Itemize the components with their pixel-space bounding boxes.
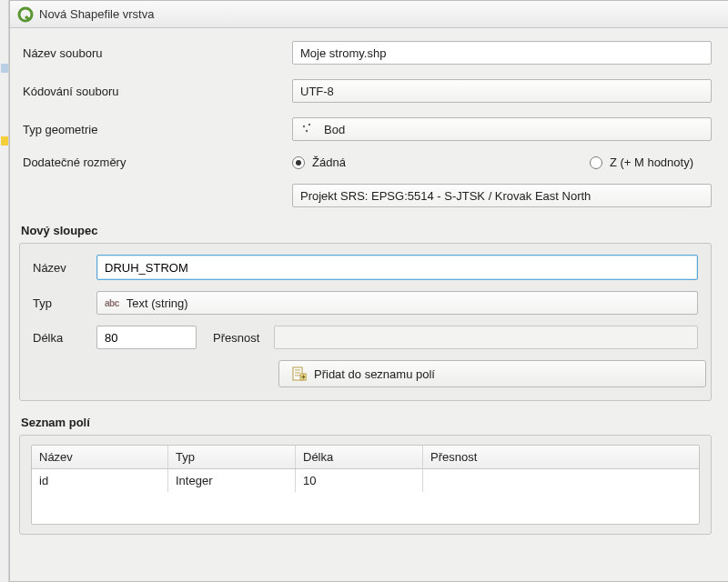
row-crs: Projekt SRS: EPSG:5514 - S-JTSK / Krovak…: [19, 184, 712, 207]
radio-icon: [590, 156, 602, 169]
input-filename[interactable]: [292, 41, 712, 65]
combo-newfield-type[interactable]: abc Text (string): [96, 291, 698, 315]
label-encoding: Kódování souboru: [19, 85, 292, 98]
group-fieldlist-title: Seznam polí: [19, 414, 712, 435]
dialog-window: Nová Shapefile vrstva Název souboru Kódo…: [9, 0, 728, 582]
group-fieldlist: Seznam polí Název Typ Délka Přesnost id …: [19, 414, 712, 535]
row-filename: Název souboru: [19, 41, 712, 65]
left-sliver: [0, 0, 9, 582]
add-field-button[interactable]: Přidat do seznamu polí: [278, 360, 706, 387]
titlebar: Nová Shapefile vrstva: [10, 1, 728, 28]
combo-encoding[interactable]: UTF-8: [292, 79, 712, 103]
row-newfield-length: Délka Přesnost: [33, 326, 698, 349]
point-icon: [300, 121, 317, 137]
table-header-row: Název Typ Délka Přesnost: [32, 446, 699, 469]
label-geometry: Typ geometrie: [19, 123, 292, 136]
th-type[interactable]: Typ: [168, 446, 296, 468]
td-name: id: [32, 469, 168, 492]
label-dims: Dodatečné rozměry: [19, 156, 292, 169]
svg-point-4: [306, 130, 308, 132]
input-newfield-name[interactable]: [96, 255, 698, 280]
combo-geometry[interactable]: Bod: [292, 117, 712, 141]
row-dims: Dodatečné rozměry Žádná Z (+ M hodnoty): [19, 156, 712, 169]
combo-encoding-value: UTF-8: [300, 85, 334, 98]
add-field-button-label: Přidat do seznamu polí: [314, 367, 435, 381]
add-to-list-icon: [292, 366, 307, 381]
th-length[interactable]: Délka: [296, 446, 423, 468]
fields-table[interactable]: Název Typ Délka Přesnost id Integer 10: [31, 445, 700, 525]
combo-crs[interactable]: Projekt SRS: EPSG:5514 - S-JTSK / Krovak…: [292, 184, 712, 207]
radio-dims-z[interactable]: Z (+ M hodnoty): [590, 156, 712, 169]
td-length: 10: [296, 469, 423, 492]
radio-icon: [292, 156, 305, 169]
label-newfield-name: Název: [33, 261, 89, 275]
radio-dims-none[interactable]: Žádná: [292, 156, 346, 169]
row-geometry: Typ geometrie Bod: [19, 117, 712, 141]
label-newfield-length: Délka: [33, 331, 89, 345]
th-precision[interactable]: Přesnost: [423, 446, 699, 468]
label-filename: Název souboru: [19, 46, 292, 60]
row-encoding: Kódování souboru UTF-8: [19, 79, 712, 103]
row-newfield-name: Název: [33, 255, 698, 280]
combo-crs-value: Projekt SRS: EPSG:5514 - S-JTSK / Krovak…: [300, 189, 591, 203]
row-newfield-type: Typ abc Text (string): [33, 291, 698, 315]
td-type: Integer: [168, 469, 296, 492]
combo-newfield-type-value: Text (string): [126, 296, 188, 310]
group-newfield: Nový sloupec Název Typ abc Text (string)…: [19, 222, 712, 401]
label-newfield-precision: Přesnost: [213, 331, 259, 345]
radio-dims-z-label: Z (+ M hodnoty): [610, 156, 693, 169]
th-name[interactable]: Název: [32, 446, 168, 468]
label-newfield-type: Typ: [33, 296, 89, 310]
radio-dims-none-label: Žádná: [312, 156, 346, 169]
svg-point-2: [303, 125, 305, 127]
dialog-title: Nová Shapefile vrstva: [39, 7, 154, 21]
input-newfield-precision: [274, 326, 698, 349]
dialog-content: Název souboru Kódování souboru UTF-8 Typ…: [10, 28, 728, 535]
table-row[interactable]: id Integer 10: [32, 469, 699, 492]
td-precision: [423, 469, 699, 492]
input-newfield-length[interactable]: [96, 326, 197, 349]
qgis-icon: [17, 6, 34, 23]
svg-point-3: [308, 124, 310, 125]
text-type-icon: abc: [105, 298, 119, 308]
combo-geometry-value: Bod: [324, 123, 345, 136]
group-newfield-title: Nový sloupec: [19, 222, 712, 243]
